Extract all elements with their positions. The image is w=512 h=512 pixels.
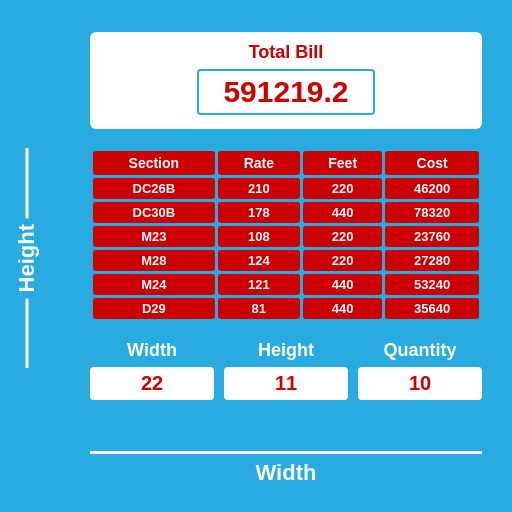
width-bottom-label: Width [256, 460, 317, 485]
total-bill-label: Total Bill [106, 42, 466, 63]
total-bill-container: Total Bill 591219.2 [90, 32, 482, 129]
metric-value-box: 22 [90, 367, 214, 400]
table-cell: M28 [93, 250, 215, 271]
metric-label: Height [224, 340, 348, 361]
table-cell: 220 [303, 178, 382, 199]
data-table: Section Rate Feet Cost DC26B21022046200D… [90, 148, 482, 322]
table-cell: 108 [218, 226, 300, 247]
table-cell: 440 [303, 298, 382, 319]
table-cell: 23760 [385, 226, 479, 247]
metric-col-width: Width22 [90, 340, 214, 400]
table-cell: M24 [93, 274, 215, 295]
data-table-area: Section Rate Feet Cost DC26B21022046200D… [90, 148, 482, 322]
col-header-cost: Cost [385, 151, 479, 175]
height-axis-label: Height [14, 148, 40, 368]
width-axis-bottom: Width [90, 451, 482, 486]
table-row: D298144035640 [93, 298, 479, 319]
metric-value: 10 [409, 372, 431, 394]
table-row: DC26B21022046200 [93, 178, 479, 199]
table-cell: 220 [303, 226, 382, 247]
col-header-section: Section [93, 151, 215, 175]
table-cell: 210 [218, 178, 300, 199]
table-cell: DC30B [93, 202, 215, 223]
col-header-feet: Feet [303, 151, 382, 175]
total-bill-value-box: 591219.2 [197, 69, 374, 115]
table-row: M2812422027280 [93, 250, 479, 271]
metric-col-height: Height11 [224, 340, 348, 400]
table-cell: D29 [93, 298, 215, 319]
table-cell: 124 [218, 250, 300, 271]
table-row: M2310822023760 [93, 226, 479, 247]
metric-value-box: 11 [224, 367, 348, 400]
table-cell: 178 [218, 202, 300, 223]
metric-value-box: 10 [358, 367, 482, 400]
table-cell: 220 [303, 250, 382, 271]
metric-col-quantity: Quantity10 [358, 340, 482, 400]
table-cell: 78320 [385, 202, 479, 223]
table-cell: 35640 [385, 298, 479, 319]
table-cell: 440 [303, 202, 382, 223]
col-header-rate: Rate [218, 151, 300, 175]
metric-value: 11 [275, 372, 297, 394]
metric-label: Quantity [358, 340, 482, 361]
table-row: DC30B17844078320 [93, 202, 479, 223]
metric-label: Width [90, 340, 214, 361]
table-cell: 27280 [385, 250, 479, 271]
table-cell: 440 [303, 274, 382, 295]
table-row: M2412144053240 [93, 274, 479, 295]
total-bill-value: 591219.2 [223, 75, 348, 108]
table-cell: M23 [93, 226, 215, 247]
table-cell: 121 [218, 274, 300, 295]
table-cell: 46200 [385, 178, 479, 199]
metric-value: 22 [141, 372, 163, 394]
table-cell: 81 [218, 298, 300, 319]
table-cell: DC26B [93, 178, 215, 199]
table-header-row: Section Rate Feet Cost [93, 151, 479, 175]
table-cell: 53240 [385, 274, 479, 295]
bottom-metrics: Width22Height11Quantity10 [90, 340, 482, 400]
